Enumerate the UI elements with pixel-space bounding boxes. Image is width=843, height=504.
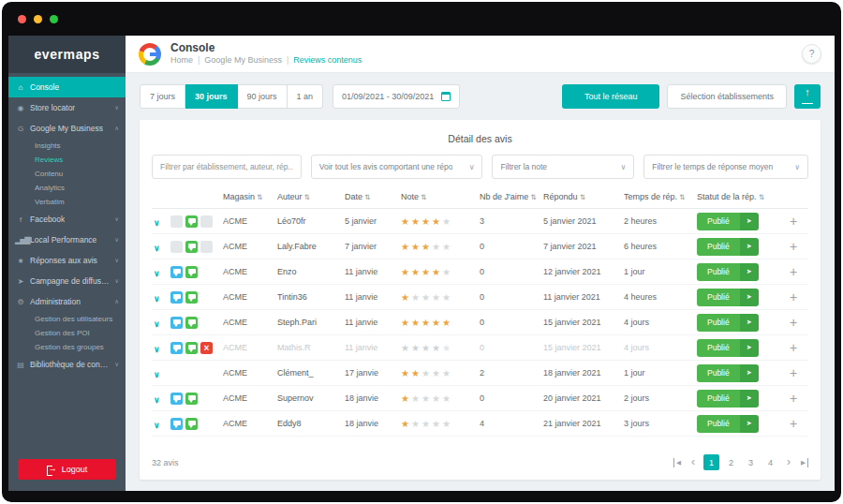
period-button-7-jours[interactable]: 7 jours [140,84,185,109]
sidebar-item-label: Bibliothèque de contenu [30,360,110,369]
breadcrumb-item-reviews-contenus[interactable]: Reviews contenus [293,55,362,66]
expand-row-button[interactable] [152,366,170,380]
star-icon: ★ [401,419,409,429]
comment-icon [170,266,183,278]
expand-row-button[interactable] [152,240,170,254]
sidebar-item-store-locator[interactable]: ◉Store locator∨ [8,97,126,118]
main-area: Console Home|Google My Business|Reviews … [126,36,835,491]
expand-row-button[interactable] [152,417,170,431]
sidebar-item-facebook[interactable]: fFacebook∨ [8,209,126,230]
period-button-90-jours[interactable]: 90 jours [238,84,288,109]
sidebar-item-bibliotheque-de-contenu[interactable]: ▤Bibliothèque de contenu∨ [8,354,126,375]
add-response-button[interactable] [783,391,804,406]
network-all-button[interactable]: Tout le réseau [562,84,660,109]
sidebar-item-local-performance[interactable]: ▂▅▇Local Performance∨ [8,230,126,250]
status-button[interactable]: Publié [697,263,759,281]
add-response-button[interactable] [783,289,804,304]
expand-row-button[interactable] [152,265,170,279]
breadcrumb-item-home[interactable]: Home [170,55,193,66]
add-response-button[interactable] [783,214,804,229]
sidebar-subitem-contenu[interactable]: Contenu [8,167,126,181]
expand-row-button[interactable] [152,341,170,355]
column-header-statut-de-la-rep[interactable]: Statut de la rép. [697,192,783,201]
row-icons [170,342,223,354]
status-cell: Publié [697,415,783,433]
sidebar-item-campagne-de-diffusion[interactable]: ➤Campagne de diffusion∨ [8,271,126,291]
sidebar-item-reponses-aux-avis[interactable]: ★Réponses aux avis∨ [8,250,126,271]
star-icon: ★ [411,393,420,404]
page-button-3[interactable]: 3 [743,454,759,470]
filter-response-select[interactable]: Voir tout les avis comportant une répo [311,155,483,179]
note-stars: ★★★★★ [401,318,480,328]
minimize-button[interactable] [34,15,42,23]
column-header-repondu[interactable]: Répondu [543,192,624,201]
period-button-1-an[interactable]: 1 an [288,84,324,109]
note-stars: ★★★★★ [401,343,480,353]
column-header-magasin[interactable]: Magasin [223,192,277,201]
column-header-temps-de-rep[interactable]: Temps de rép. [624,192,697,201]
magasin-cell: ACME [223,216,277,226]
status-button[interactable]: Publié [697,364,759,382]
expand-row-button[interactable] [152,215,170,229]
filter-response-time-select[interactable]: Filtrer le temps de réponse moyen [643,155,808,179]
status-button[interactable]: Publié [697,289,759,306]
sidebar-subitem-verbatim[interactable]: Verbatim [8,195,126,209]
page-button-2[interactable]: 2 [723,454,739,470]
star-icon: ★ [411,419,420,429]
breadcrumb-item-google-my-business[interactable]: Google My Business [204,55,282,66]
star-icon: ★ [422,267,430,277]
add-response-button[interactable] [783,340,804,355]
filter-note-select[interactable]: Filtrer la note [492,155,634,179]
sidebar-subitem-gestion-des-utilisateurs[interactable]: Gestion des utilisateurs [8,312,126,326]
expand-row-button[interactable] [152,290,170,304]
period-button-30-jours[interactable]: 30 jours [185,84,238,109]
export-button[interactable] [794,84,821,109]
column-header-nb-de-j-aime[interactable]: Nb de J'aime [480,192,543,201]
sidebar-item-console[interactable]: ⌂Console [8,77,126,97]
page-button-1[interactable]: 1 [703,454,719,470]
sidebar-item-label: Campagne de diffusion [30,276,110,286]
add-response-button[interactable] [783,264,804,279]
column-header-note[interactable]: Note [401,192,480,201]
page-title: Console [170,41,362,55]
close-button[interactable] [18,15,26,23]
status-button[interactable]: Publié [697,339,759,357]
date-range-picker[interactable]: 01/09/2021 - 30/09/2021 [333,84,460,109]
table-row: ACMEEnzo11 janvie★★★★★012 janvier 20211 … [152,259,808,285]
status-button[interactable]: Publié [697,415,759,433]
star-icon: ★ [432,216,440,227]
sidebar-item-administration[interactable]: ⚙Administration∧ [8,291,126,312]
first-page-icon[interactable] [673,458,683,467]
last-page-icon[interactable] [799,458,808,467]
sidebar-subitem-gestion-des-groupes[interactable]: Gestion des groupes [8,340,126,354]
zoom-button[interactable] [50,15,58,23]
status-button[interactable]: Publié [697,213,759,230]
sidebar-subitem-analytics[interactable]: Analytics [8,181,126,195]
add-response-button[interactable] [783,365,804,380]
placeholder-icon [170,215,183,228]
status-button[interactable]: Publié [697,238,759,256]
add-response-button[interactable] [783,416,804,431]
status-button[interactable]: Publié [697,390,759,408]
sidebar-subitem-reviews[interactable]: Reviews [8,153,126,167]
status-button[interactable]: Publié [697,314,759,332]
date-cell: 18 janvie [345,393,401,403]
sidebar-subitem-gestion-des-poi[interactable]: Gestion des POI [8,326,126,340]
table-row: ACMEMathis.R11 janvie★★★★★015 janvier 20… [152,335,808,361]
filter-search-input[interactable] [152,155,302,179]
logout-button[interactable]: Logout [18,459,116,480]
star-icon: ★ [411,216,420,227]
page-button-4[interactable]: 4 [762,454,778,470]
expand-row-button[interactable] [152,316,170,330]
help-button[interactable]: ? [802,44,821,64]
select-establishments-button[interactable]: Sélection établissements [667,84,787,109]
column-header-date[interactable]: Date [345,192,401,201]
sidebar-item-google-my-business[interactable]: GGoogle My Business∧ [8,118,126,139]
column-header-auteur[interactable]: Auteur [277,192,345,201]
next-page-icon[interactable] [785,458,792,467]
add-response-button[interactable] [783,315,804,330]
add-response-button[interactable] [783,239,804,254]
previous-page-icon[interactable] [689,458,697,467]
expand-row-button[interactable] [152,392,170,406]
sidebar-subitem-insights[interactable]: Insights [8,139,126,153]
